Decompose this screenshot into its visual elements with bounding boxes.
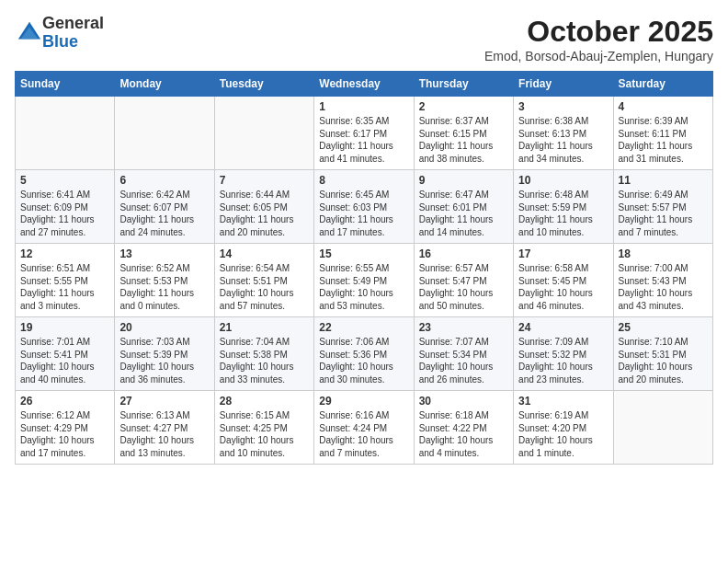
day-info: Sunrise: 6:13 AM Sunset: 4:27 PM Dayligh… [119,410,194,458]
day-info: Sunrise: 6:58 AM Sunset: 5:45 PM Dayligh… [518,263,593,311]
calendar-cell: 5Sunrise: 6:41 AM Sunset: 6:09 PM Daylig… [16,170,115,244]
day-info: Sunrise: 6:41 AM Sunset: 6:09 PM Dayligh… [20,190,95,237]
day-info: Sunrise: 6:49 AM Sunset: 5:57 PM Dayligh… [619,190,693,237]
page-header: General Blue October 2025 Emod, Borsod-A… [15,15,713,63]
logo-icon [17,20,42,46]
calendar-week-2: 5Sunrise: 6:41 AM Sunset: 6:09 PM Daylig… [16,170,713,244]
day-info: Sunrise: 6:47 AM Sunset: 6:01 PM Dayligh… [419,190,494,237]
day-number: 29 [319,395,408,408]
day-number: 24 [518,321,608,334]
day-info: Sunrise: 6:52 AM Sunset: 5:53 PM Dayligh… [119,263,194,311]
day-number: 11 [619,174,708,187]
logo-text: General Blue [42,15,104,52]
day-number: 17 [518,247,608,260]
calendar-cell: 30Sunrise: 6:18 AM Sunset: 4:22 PM Dayli… [414,391,513,465]
day-number: 23 [419,321,508,334]
calendar-cell: 15Sunrise: 6:55 AM Sunset: 5:49 PM Dayli… [314,244,414,317]
logo-blue: Blue [42,33,104,52]
day-info: Sunrise: 7:06 AM Sunset: 5:36 PM Dayligh… [319,337,393,385]
calendar-cell: 24Sunrise: 7:09 AM Sunset: 5:32 PM Dayli… [514,317,613,391]
day-info: Sunrise: 7:09 AM Sunset: 5:32 PM Dayligh… [518,337,593,385]
calendar-cell: 22Sunrise: 7:06 AM Sunset: 5:36 PM Dayli… [314,317,414,391]
calendar-week-3: 12Sunrise: 6:51 AM Sunset: 5:55 PM Dayli… [16,244,713,317]
weekday-header-friday: Friday [514,72,613,97]
calendar-week-1: 1Sunrise: 6:35 AM Sunset: 6:17 PM Daylig… [16,97,713,170]
calendar-cell: 28Sunrise: 6:15 AM Sunset: 4:25 PM Dayli… [214,391,313,465]
day-info: Sunrise: 6:39 AM Sunset: 6:11 PM Dayligh… [619,116,693,164]
day-info: Sunrise: 6:55 AM Sunset: 5:49 PM Dayligh… [319,263,393,311]
day-number: 25 [619,321,708,334]
calendar-cell: 6Sunrise: 6:42 AM Sunset: 6:07 PM Daylig… [115,170,214,244]
calendar-cell: 4Sunrise: 6:39 AM Sunset: 6:11 PM Daylig… [613,97,712,170]
day-info: Sunrise: 6:51 AM Sunset: 5:55 PM Dayligh… [20,263,95,311]
day-number: 10 [518,174,608,187]
day-info: Sunrise: 6:19 AM Sunset: 4:20 PM Dayligh… [518,410,593,458]
calendar-cell: 9Sunrise: 6:47 AM Sunset: 6:01 PM Daylig… [414,170,513,244]
day-number: 8 [319,174,408,187]
location-subtitle: Emod, Borsod-Abauj-Zemplen, Hungary [484,49,713,63]
calendar-cell [115,97,214,170]
calendar-cell [613,391,712,465]
day-number: 7 [220,174,309,187]
weekday-header-monday: Monday [115,72,214,97]
day-info: Sunrise: 6:18 AM Sunset: 4:22 PM Dayligh… [419,410,494,458]
day-info: Sunrise: 6:38 AM Sunset: 6:13 PM Dayligh… [518,116,593,164]
day-number: 27 [119,395,209,408]
day-info: Sunrise: 6:35 AM Sunset: 6:17 PM Dayligh… [319,116,393,164]
calendar-cell: 3Sunrise: 6:38 AM Sunset: 6:13 PM Daylig… [514,97,613,170]
day-number: 1 [319,100,408,113]
day-info: Sunrise: 6:42 AM Sunset: 6:07 PM Dayligh… [119,190,194,237]
calendar-cell: 1Sunrise: 6:35 AM Sunset: 6:17 PM Daylig… [314,97,414,170]
calendar-cell: 13Sunrise: 6:52 AM Sunset: 5:53 PM Dayli… [115,244,214,317]
calendar-cell: 14Sunrise: 6:54 AM Sunset: 5:51 PM Dayli… [214,244,313,317]
calendar-cell: 25Sunrise: 7:10 AM Sunset: 5:31 PM Dayli… [613,317,712,391]
day-number: 19 [20,321,109,334]
weekday-header-wednesday: Wednesday [314,72,414,97]
day-number: 16 [419,247,508,260]
day-info: Sunrise: 6:16 AM Sunset: 4:24 PM Dayligh… [319,410,393,458]
day-info: Sunrise: 6:44 AM Sunset: 6:05 PM Dayligh… [220,190,294,237]
day-info: Sunrise: 7:00 AM Sunset: 5:43 PM Dayligh… [619,263,693,311]
day-number: 14 [220,247,309,260]
month-title: October 2025 [484,15,713,49]
day-number: 13 [119,247,209,260]
calendar-cell: 10Sunrise: 6:48 AM Sunset: 5:59 PM Dayli… [514,170,613,244]
day-number: 4 [619,100,708,113]
day-number: 31 [518,395,608,408]
day-number: 26 [20,395,109,408]
calendar-cell [16,97,115,170]
calendar-cell: 23Sunrise: 7:07 AM Sunset: 5:34 PM Dayli… [414,317,513,391]
calendar-cell: 27Sunrise: 6:13 AM Sunset: 4:27 PM Dayli… [115,391,214,465]
day-number: 2 [419,100,508,113]
calendar-cell: 21Sunrise: 7:04 AM Sunset: 5:38 PM Dayli… [214,317,313,391]
day-info: Sunrise: 6:45 AM Sunset: 6:03 PM Dayligh… [319,190,393,237]
day-number: 12 [20,247,109,260]
calendar-table: SundayMondayTuesdayWednesdayThursdayFrid… [15,71,713,465]
day-info: Sunrise: 7:03 AM Sunset: 5:39 PM Dayligh… [119,337,194,385]
calendar-cell [214,97,313,170]
day-info: Sunrise: 7:04 AM Sunset: 5:38 PM Dayligh… [220,337,294,385]
weekday-header-thursday: Thursday [414,72,513,97]
calendar-cell: 12Sunrise: 6:51 AM Sunset: 5:55 PM Dayli… [16,244,115,317]
day-info: Sunrise: 6:57 AM Sunset: 5:47 PM Dayligh… [419,263,494,311]
day-number: 5 [20,174,109,187]
day-number: 18 [619,247,708,260]
day-info: Sunrise: 6:12 AM Sunset: 4:29 PM Dayligh… [20,410,95,458]
day-info: Sunrise: 6:48 AM Sunset: 5:59 PM Dayligh… [518,190,593,237]
calendar-cell: 7Sunrise: 6:44 AM Sunset: 6:05 PM Daylig… [214,170,313,244]
day-number: 15 [319,247,408,260]
calendar-cell: 11Sunrise: 6:49 AM Sunset: 5:57 PM Dayli… [613,170,712,244]
day-number: 9 [419,174,508,187]
day-number: 30 [419,395,508,408]
logo: General Blue [15,15,104,52]
day-info: Sunrise: 7:01 AM Sunset: 5:41 PM Dayligh… [20,337,95,385]
weekday-header-sunday: Sunday [16,72,115,97]
day-number: 22 [319,321,408,334]
calendar-cell: 17Sunrise: 6:58 AM Sunset: 5:45 PM Dayli… [514,244,613,317]
weekday-header-row: SundayMondayTuesdayWednesdayThursdayFrid… [16,72,713,97]
calendar-week-5: 26Sunrise: 6:12 AM Sunset: 4:29 PM Dayli… [16,391,713,465]
day-number: 28 [220,395,309,408]
calendar-cell: 31Sunrise: 6:19 AM Sunset: 4:20 PM Dayli… [514,391,613,465]
day-info: Sunrise: 6:54 AM Sunset: 5:51 PM Dayligh… [220,263,294,311]
calendar-cell: 29Sunrise: 6:16 AM Sunset: 4:24 PM Dayli… [314,391,414,465]
